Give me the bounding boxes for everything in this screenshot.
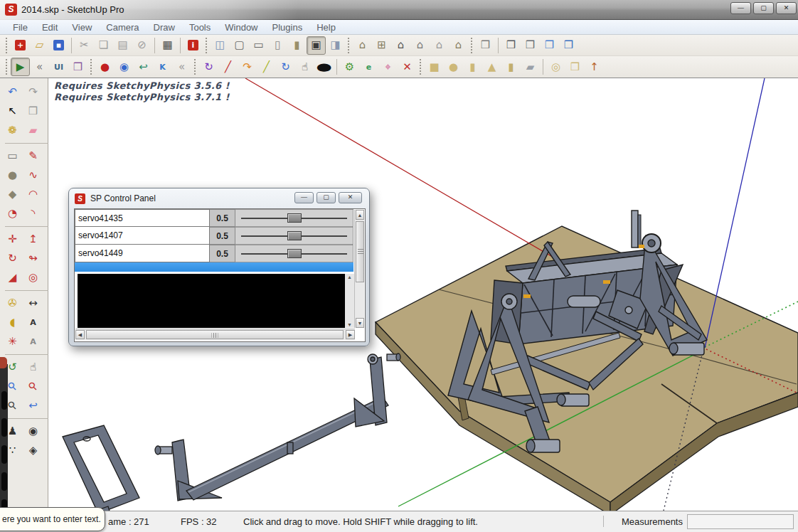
section-plane-button[interactable]: ❒ [476,36,495,55]
shape-cylinder-button[interactable]: ▮ [463,58,482,76]
servo-name-field[interactable]: servo41407 [75,227,210,245]
paste-button[interactable]: ▤ [113,36,132,55]
offset-tool[interactable]: ◎ [23,268,43,287]
sp-control-panel-window[interactable]: S SP Control Panel — ▢ ✕ servo41435 0.5 … [68,188,370,346]
sp-maximize-button[interactable]: ▢ [316,192,336,203]
shape-compound-button[interactable]: ❒ [565,58,585,76]
sp-minimize-button[interactable]: — [294,192,314,203]
new-model-button[interactable]: + [11,36,30,55]
iso-view-button[interactable]: ⌂ [353,36,372,55]
model-info-button[interactable]: i [183,36,203,55]
collapse-chevrons-button[interactable]: « [172,58,191,76]
physics-gear-button[interactable]: ⚙ [340,58,359,76]
arc-tool[interactable]: ◠ [23,185,43,204]
text-tool[interactable]: A [23,313,43,332]
shape-capsule-button[interactable]: ▮ [501,58,521,76]
shaded-textures-style-button[interactable]: ▣ [307,36,326,55]
menu-help[interactable]: Help [309,20,343,35]
two-point-arc-tool[interactable]: ◝ [23,204,43,223]
servo-slider[interactable] [235,245,353,262]
toolbar-drag-handle[interactable] [470,37,474,54]
paint-bucket-tool[interactable]: ❁ [2,121,23,140]
navigation-tool[interactable]: ◈ [23,441,43,460]
back-view-button[interactable]: ⌂ [430,36,449,55]
toolbar-drag-handle[interactable] [5,58,9,75]
open-model-button[interactable]: ▱ [30,36,49,55]
save-model-button[interactable]: ▪ [49,36,68,55]
monochrome-style-button[interactable]: ◨ [326,36,345,55]
servo-slider[interactable] [235,209,353,227]
scroll-up-icon[interactable]: ▲ [356,210,364,220]
menu-view[interactable]: View [65,20,99,35]
text-3d-tool[interactable]: A [23,332,43,351]
select-tool[interactable]: ↖ [2,102,23,121]
left-view-button[interactable]: ⌂ [449,36,468,55]
shape-cone-button[interactable]: ▲ [482,58,501,76]
joint-slider-button[interactable]: ╱ [218,58,238,76]
toolbar-drag-handle[interactable] [205,37,208,54]
horizontal-scroll-thumb[interactable] [86,330,344,339]
servo-value-field[interactable]: 0.5 [210,209,235,227]
move-tool[interactable]: ✛ [2,230,23,249]
shape-torus-button[interactable]: ◎ [546,58,565,76]
toolbar-drag-handle[interactable] [5,37,9,54]
redo-button[interactable]: ↷ [23,83,43,102]
tape-measure-tool[interactable]: ✇ [2,294,23,313]
servo-value-field[interactable]: 0.5 [210,245,235,262]
freehand-tool[interactable]: ∿ [23,166,43,185]
servo-name-field[interactable]: servo41449 [75,245,210,262]
video-camera-button[interactable]: ◉ [115,58,134,76]
servo-slider-handle[interactable] [287,231,302,240]
section-fill-button[interactable]: ❒ [540,36,559,55]
scale-tool[interactable]: ◢ [2,268,23,287]
menu-window[interactable]: Window [218,20,265,35]
print-button[interactable]: ▦ [158,36,177,55]
sp-panel-title-bar[interactable]: S SP Control Panel — ▢ ✕ [69,188,369,208]
vertical-scroll-thumb[interactable] [356,221,364,282]
axes-tool[interactable]: ✳ [2,332,23,351]
toolbar-drag-handle[interactable] [347,37,351,54]
rotate-tool[interactable]: ↻ [2,249,23,268]
physics-settings-button[interactable]: ❒ [68,58,87,76]
joint-spring-button[interactable]: ↷ [238,58,257,76]
shape-sphere-button[interactable]: ● [444,58,463,76]
physics-ui-button[interactable]: UI [49,58,68,76]
physics-script-button[interactable]: e [359,58,378,76]
physics-pin-button[interactable]: ⌖ [378,58,398,76]
camera-replay-button[interactable]: ↩ [134,58,153,76]
xray-style-button[interactable]: ◫ [211,36,230,55]
record-button[interactable]: ● [95,58,115,76]
copy-button[interactable]: ❏ [94,36,113,55]
menu-plugins[interactable]: Plugins [265,20,310,35]
maximize-button[interactable]: ▢ [753,2,774,14]
joint-touch-button[interactable]: ☝ [295,58,314,76]
shape-floor-button[interactable]: ▰ [521,58,540,76]
close-button[interactable]: ✕ [776,2,797,14]
scroll-down-icon[interactable]: ▼ [356,318,364,328]
hidden-line-style-button[interactable]: ▯ [268,36,287,55]
display-section-cuts-button[interactable]: ❒ [521,36,540,55]
scroll-up-icon[interactable]: ▲ [345,275,354,280]
physics-play-button[interactable]: ▶ [11,58,30,76]
menu-edit[interactable]: Edit [35,20,65,35]
toolbar-drag-handle[interactable] [419,58,422,75]
minimize-button[interactable]: — [730,2,751,14]
joint-motor-button[interactable]: ↻ [276,58,295,76]
shape-box-button[interactable]: ■ [425,58,444,76]
measurements-input[interactable] [687,514,794,529]
servo-slider-handle[interactable] [287,213,302,223]
servo-slider[interactable] [235,227,353,245]
back-edges-style-button[interactable]: ▢ [230,36,249,55]
joint-oval-button[interactable]: ● [314,58,334,76]
dimension-tool[interactable]: ↔ [23,294,43,313]
menu-file[interactable]: File [6,20,35,35]
joint-piston-button[interactable]: ╱ [257,58,276,76]
cut-button[interactable]: ✂ [75,36,94,55]
menu-tools[interactable]: Tools [182,20,218,35]
make-component-tool[interactable]: ❒ [23,102,43,121]
scroll-down-icon[interactable]: ▼ [345,322,354,327]
push-pull-tool[interactable]: ↥ [23,230,43,249]
servo-slider-handle[interactable] [287,249,302,258]
rectangle-tool[interactable]: ▭ [2,147,23,166]
physics-reset-button[interactable]: « [30,58,49,76]
